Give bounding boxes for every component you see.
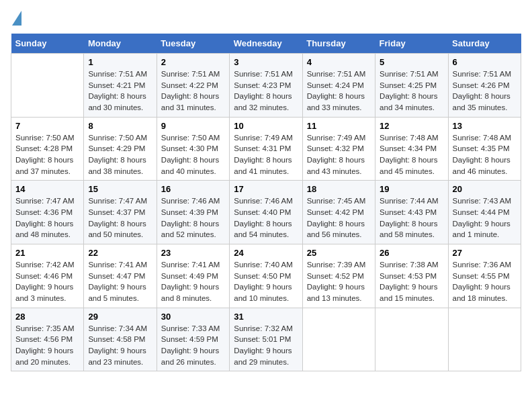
week-row-3: 14Sunrise: 7:47 AMSunset: 4:36 PMDayligh…	[11, 181, 521, 244]
calendar-cell: 25Sunrise: 7:39 AMSunset: 4:52 PMDayligh…	[302, 244, 375, 308]
day-info: Sunrise: 7:51 AMSunset: 4:25 PMDaylight:…	[380, 68, 443, 113]
day-number: 10	[234, 121, 298, 131]
header-sunday: Sunday	[11, 34, 84, 54]
day-number: 21	[15, 248, 79, 258]
calendar-cell	[448, 308, 521, 371]
calendar-cell: 4Sunrise: 7:51 AMSunset: 4:24 PMDaylight…	[302, 54, 375, 118]
calendar-cell: 5Sunrise: 7:51 AMSunset: 4:25 PMDaylight…	[375, 54, 448, 118]
day-info: Sunrise: 7:47 AMSunset: 4:36 PMDaylight:…	[15, 195, 79, 240]
day-info: Sunrise: 7:48 AMSunset: 4:35 PMDaylight:…	[453, 132, 517, 177]
calendar-cell: 31Sunrise: 7:32 AMSunset: 5:01 PMDayligh…	[230, 308, 302, 371]
day-info: Sunrise: 7:46 AMSunset: 4:40 PMDaylight:…	[234, 195, 298, 240]
day-number: 27	[453, 248, 517, 258]
day-number: 2	[161, 57, 225, 67]
calendar-cell: 28Sunrise: 7:35 AMSunset: 4:56 PMDayligh…	[11, 308, 84, 371]
day-number: 8	[88, 121, 152, 131]
calendar-table: SundayMondayTuesdayWednesdayThursdayFrid…	[11, 34, 521, 371]
day-info: Sunrise: 7:45 AMSunset: 4:42 PMDaylight:…	[307, 195, 371, 240]
calendar-cell: 9Sunrise: 7:50 AMSunset: 4:30 PMDaylight…	[157, 117, 229, 181]
day-number: 13	[453, 121, 517, 131]
day-info: Sunrise: 7:39 AMSunset: 4:52 PMDaylight:…	[307, 259, 371, 304]
week-row-4: 21Sunrise: 7:42 AMSunset: 4:46 PMDayligh…	[11, 244, 521, 308]
calendar-cell: 6Sunrise: 7:51 AMSunset: 4:26 PMDaylight…	[448, 54, 521, 118]
day-number: 29	[88, 312, 152, 322]
day-info: Sunrise: 7:36 AMSunset: 4:55 PMDaylight:…	[453, 259, 517, 304]
day-number: 4	[307, 57, 371, 67]
day-info: Sunrise: 7:41 AMSunset: 4:47 PMDaylight:…	[88, 259, 152, 304]
calendar-cell: 12Sunrise: 7:48 AMSunset: 4:34 PMDayligh…	[375, 117, 448, 181]
day-info: Sunrise: 7:51 AMSunset: 4:24 PMDaylight:…	[307, 68, 371, 113]
calendar-cell: 23Sunrise: 7:41 AMSunset: 4:49 PMDayligh…	[157, 244, 229, 308]
day-info: Sunrise: 7:35 AMSunset: 4:56 PMDaylight:…	[15, 323, 79, 368]
calendar-cell: 21Sunrise: 7:42 AMSunset: 4:46 PMDayligh…	[11, 244, 84, 308]
week-row-2: 7Sunrise: 7:50 AMSunset: 4:28 PMDaylight…	[11, 117, 521, 181]
header-tuesday: Tuesday	[157, 34, 229, 54]
day-number: 14	[15, 184, 79, 194]
day-info: Sunrise: 7:51 AMSunset: 4:22 PMDaylight:…	[161, 68, 225, 113]
calendar-cell: 19Sunrise: 7:44 AMSunset: 4:43 PMDayligh…	[375, 181, 448, 244]
day-number: 25	[307, 248, 371, 258]
day-number: 9	[161, 121, 225, 131]
header-saturday: Saturday	[448, 34, 521, 54]
day-number: 19	[380, 184, 443, 194]
day-info: Sunrise: 7:32 AMSunset: 5:01 PMDaylight:…	[234, 323, 298, 368]
calendar-cell: 16Sunrise: 7:46 AMSunset: 4:39 PMDayligh…	[157, 181, 229, 244]
day-number: 5	[380, 57, 443, 67]
calendar-cell: 26Sunrise: 7:38 AMSunset: 4:53 PMDayligh…	[375, 244, 448, 308]
calendar-cell: 15Sunrise: 7:47 AMSunset: 4:37 PMDayligh…	[84, 181, 157, 244]
day-number: 24	[234, 248, 298, 258]
day-info: Sunrise: 7:41 AMSunset: 4:49 PMDaylight:…	[161, 259, 225, 304]
day-info: Sunrise: 7:50 AMSunset: 4:28 PMDaylight:…	[15, 132, 79, 177]
day-info: Sunrise: 7:50 AMSunset: 4:30 PMDaylight:…	[161, 132, 225, 177]
day-info: Sunrise: 7:43 AMSunset: 4:44 PMDaylight:…	[453, 195, 517, 240]
day-number: 18	[307, 184, 371, 194]
day-number: 3	[234, 57, 298, 67]
day-info: Sunrise: 7:51 AMSunset: 4:21 PMDaylight:…	[88, 68, 152, 113]
day-number: 15	[88, 184, 152, 194]
header-monday: Monday	[84, 34, 157, 54]
calendar-cell: 13Sunrise: 7:48 AMSunset: 4:35 PMDayligh…	[448, 117, 521, 181]
day-info: Sunrise: 7:44 AMSunset: 4:43 PMDaylight:…	[380, 195, 443, 240]
day-info: Sunrise: 7:34 AMSunset: 4:58 PMDaylight:…	[88, 323, 152, 368]
week-row-1: 1Sunrise: 7:51 AMSunset: 4:21 PMDaylight…	[11, 54, 521, 118]
calendar-cell: 14Sunrise: 7:47 AMSunset: 4:36 PMDayligh…	[11, 181, 84, 244]
header-wednesday: Wednesday	[230, 34, 302, 54]
calendar-cell: 3Sunrise: 7:51 AMSunset: 4:23 PMDaylight…	[230, 54, 302, 118]
day-info: Sunrise: 7:50 AMSunset: 4:29 PMDaylight:…	[88, 132, 152, 177]
day-number: 6	[453, 57, 517, 67]
calendar-cell: 8Sunrise: 7:50 AMSunset: 4:29 PMDaylight…	[84, 117, 157, 181]
week-row-5: 28Sunrise: 7:35 AMSunset: 4:56 PMDayligh…	[11, 308, 521, 371]
calendar-cell: 29Sunrise: 7:34 AMSunset: 4:58 PMDayligh…	[84, 308, 157, 371]
calendar-cell: 7Sunrise: 7:50 AMSunset: 4:28 PMDaylight…	[11, 117, 84, 181]
calendar-cell: 20Sunrise: 7:43 AMSunset: 4:44 PMDayligh…	[448, 181, 521, 244]
day-info: Sunrise: 7:46 AMSunset: 4:39 PMDaylight:…	[161, 195, 225, 240]
day-number: 31	[234, 312, 298, 322]
calendar-cell: 17Sunrise: 7:46 AMSunset: 4:40 PMDayligh…	[230, 181, 302, 244]
day-info: Sunrise: 7:42 AMSunset: 4:46 PMDaylight:…	[15, 259, 79, 304]
calendar-cell: 18Sunrise: 7:45 AMSunset: 4:42 PMDayligh…	[302, 181, 375, 244]
calendar-header-row: SundayMondayTuesdayWednesdayThursdayFrid…	[11, 34, 521, 54]
day-number: 22	[88, 248, 152, 258]
day-info: Sunrise: 7:51 AMSunset: 4:23 PMDaylight:…	[234, 68, 298, 113]
day-info: Sunrise: 7:49 AMSunset: 4:31 PMDaylight:…	[234, 132, 298, 177]
day-number: 26	[380, 248, 443, 258]
calendar-cell: 24Sunrise: 7:40 AMSunset: 4:50 PMDayligh…	[230, 244, 302, 308]
day-number: 1	[88, 57, 152, 67]
day-info: Sunrise: 7:49 AMSunset: 4:32 PMDaylight:…	[307, 132, 371, 177]
header-thursday: Thursday	[302, 34, 375, 54]
day-number: 23	[161, 248, 225, 258]
day-info: Sunrise: 7:40 AMSunset: 4:50 PMDaylight:…	[234, 259, 298, 304]
day-info: Sunrise: 7:48 AMSunset: 4:34 PMDaylight:…	[380, 132, 443, 177]
day-info: Sunrise: 7:47 AMSunset: 4:37 PMDaylight:…	[88, 195, 152, 240]
header-friday: Friday	[375, 34, 448, 54]
day-number: 20	[453, 184, 517, 194]
calendar-cell: 27Sunrise: 7:36 AMSunset: 4:55 PMDayligh…	[448, 244, 521, 308]
day-number: 7	[15, 121, 79, 131]
logo	[11, 11, 21, 26]
calendar-cell: 1Sunrise: 7:51 AMSunset: 4:21 PMDaylight…	[84, 54, 157, 118]
day-info: Sunrise: 7:33 AMSunset: 4:59 PMDaylight:…	[161, 323, 225, 368]
calendar-cell: 11Sunrise: 7:49 AMSunset: 4:32 PMDayligh…	[302, 117, 375, 181]
page-header	[11, 11, 521, 26]
calendar-cell: 30Sunrise: 7:33 AMSunset: 4:59 PMDayligh…	[157, 308, 229, 371]
day-number: 12	[380, 121, 443, 131]
